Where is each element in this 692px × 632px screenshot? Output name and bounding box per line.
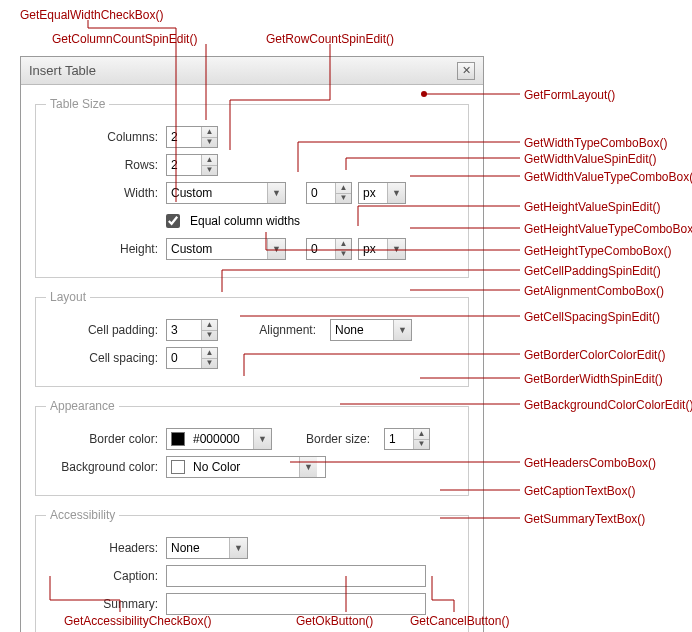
equal-width-label: Equal column widths — [190, 214, 300, 228]
callout-row-spin: GetRowCountSpinEdit() — [266, 32, 394, 46]
chevron-down-icon[interactable]: ▼ — [267, 183, 285, 203]
callout-form-layout: GetFormLayout() — [524, 88, 615, 102]
chevron-down-icon[interactable]: ▼ — [387, 183, 405, 203]
width-value-input[interactable] — [307, 183, 335, 203]
width-unit-input[interactable] — [359, 186, 387, 200]
spin-down-icon[interactable]: ▼ — [202, 331, 217, 341]
headers-input[interactable] — [167, 541, 229, 555]
border-size-input[interactable] — [385, 429, 413, 449]
column-count-input[interactable] — [167, 127, 201, 147]
row-count-input[interactable] — [167, 155, 201, 175]
cell-spacing-spinedit[interactable]: ▲▼ — [166, 347, 218, 369]
caption-label: Caption: — [46, 569, 166, 583]
spin-up-icon[interactable]: ▲ — [202, 348, 217, 359]
titlebar: Insert Table ✕ — [21, 57, 483, 85]
chevron-down-icon[interactable]: ▼ — [229, 538, 247, 558]
spin-up-icon[interactable]: ▲ — [336, 239, 351, 250]
height-label: Height: — [46, 242, 166, 256]
callout-height-value: GetHeightValueSpinEdit() — [524, 200, 661, 214]
cell-spacing-input[interactable] — [167, 348, 201, 368]
callout-width-type: GetWidthTypeComboBox() — [524, 136, 667, 150]
spin-down-icon[interactable]: ▼ — [336, 194, 351, 204]
border-size-label: Border size: — [290, 432, 378, 446]
rows-label: Rows: — [46, 158, 166, 172]
callout-width-value-type: GetWidthValueTypeComboBox() — [524, 170, 692, 184]
spin-up-icon[interactable]: ▲ — [202, 127, 217, 138]
width-value-spinedit[interactable]: ▲▼ — [306, 182, 352, 204]
callout-headers: GetHeadersComboBox() — [524, 456, 656, 470]
border-color-input[interactable] — [189, 432, 253, 446]
columns-label: Columns: — [46, 130, 166, 144]
chevron-down-icon[interactable]: ▼ — [253, 429, 271, 449]
alignment-label: Alignment: — [244, 323, 324, 337]
height-type-combobox[interactable]: ▼ — [166, 238, 286, 260]
callout-border-color: GetBorderColorColorEdit() — [524, 348, 665, 362]
cell-padding-input[interactable] — [167, 320, 201, 340]
width-value-type-combobox[interactable]: ▼ — [358, 182, 406, 204]
width-type-input[interactable] — [167, 186, 267, 200]
layout-legend: Layout — [46, 290, 90, 304]
chevron-down-icon[interactable]: ▼ — [299, 457, 317, 477]
accessibility-legend: Accessibility — [46, 508, 119, 522]
callout-equal-width: GetEqualWidthCheckBox() — [20, 8, 163, 22]
callout-bg-color: GetBackgroundColorColorEdit() — [524, 398, 692, 412]
alignment-input[interactable] — [331, 323, 393, 337]
spin-up-icon[interactable]: ▲ — [336, 183, 351, 194]
callout-border-width: GetBorderWidthSpinEdit() — [524, 372, 663, 386]
spin-down-icon[interactable]: ▼ — [202, 359, 217, 369]
close-icon[interactable]: ✕ — [457, 62, 475, 80]
alignment-combobox[interactable]: ▼ — [330, 319, 412, 341]
spin-up-icon[interactable]: ▲ — [202, 320, 217, 331]
callout-accessibility-cb: GetAccessibilityCheckBox() — [64, 614, 211, 628]
callout-height-type: GetHeightTypeComboBox() — [524, 244, 671, 258]
height-type-input[interactable] — [167, 242, 267, 256]
height-value-type-combobox[interactable]: ▼ — [358, 238, 406, 260]
chevron-down-icon[interactable]: ▼ — [393, 320, 411, 340]
callout-cell-padding: GetCellPaddingSpinEdit() — [524, 264, 661, 278]
appearance-group: Appearance Border color: ▼ Border size: … — [35, 399, 469, 496]
width-label: Width: — [46, 186, 166, 200]
caption-textbox[interactable] — [166, 565, 426, 587]
spin-down-icon[interactable]: ▼ — [202, 138, 217, 148]
callout-cancel: GetCancelButton() — [410, 614, 509, 628]
spin-down-icon[interactable]: ▼ — [414, 440, 429, 450]
summary-textbox[interactable] — [166, 593, 426, 615]
headers-label: Headers: — [46, 541, 166, 555]
column-count-spinedit[interactable]: ▲▼ — [166, 126, 218, 148]
spin-up-icon[interactable]: ▲ — [202, 155, 217, 166]
spin-down-icon[interactable]: ▼ — [202, 166, 217, 176]
cell-padding-label: Cell padding: — [46, 323, 166, 337]
chevron-down-icon[interactable]: ▼ — [387, 239, 405, 259]
chevron-down-icon[interactable]: ▼ — [267, 239, 285, 259]
border-width-spinedit[interactable]: ▲▼ — [384, 428, 430, 450]
table-size-legend: Table Size — [46, 97, 109, 111]
background-color-coloredit[interactable]: ▼ — [166, 456, 326, 478]
bg-color-input[interactable] — [189, 460, 299, 474]
headers-combobox[interactable]: ▼ — [166, 537, 248, 559]
border-color-label: Border color: — [46, 432, 166, 446]
summary-label: Summary: — [46, 597, 166, 611]
cell-spacing-label: Cell spacing: — [46, 351, 166, 365]
border-color-coloredit[interactable]: ▼ — [166, 428, 272, 450]
dialog-title: Insert Table — [29, 63, 457, 78]
callout-width-value: GetWidthValueSpinEdit() — [524, 152, 657, 166]
callout-alignment: GetAlignmentComboBox() — [524, 284, 664, 298]
spin-down-icon[interactable]: ▼ — [336, 250, 351, 260]
row-count-spinedit[interactable]: ▲▼ — [166, 154, 218, 176]
cell-padding-spinedit[interactable]: ▲▼ — [166, 319, 218, 341]
table-size-group: Table Size Columns: ▲▼ Rows: ▲▼ — [35, 97, 469, 278]
height-unit-input[interactable] — [359, 242, 387, 256]
bg-color-label: Background color: — [46, 460, 166, 474]
insert-table-dialog: Insert Table ✕ Table Size Columns: ▲▼ Ro… — [20, 56, 484, 632]
height-value-input[interactable] — [307, 239, 335, 259]
width-type-combobox[interactable]: ▼ — [166, 182, 286, 204]
bg-color-swatch-icon — [171, 460, 185, 474]
callout-cell-spacing: GetCellSpacingSpinEdit() — [524, 310, 660, 324]
spin-up-icon[interactable]: ▲ — [414, 429, 429, 440]
callout-summary: GetSummaryTextBox() — [524, 512, 645, 526]
callout-column-spin: GetColumnCountSpinEdit() — [52, 32, 197, 46]
equal-width-checkbox[interactable] — [166, 214, 180, 228]
height-value-spinedit[interactable]: ▲▼ — [306, 238, 352, 260]
callout-ok: GetOkButton() — [296, 614, 373, 628]
appearance-legend: Appearance — [46, 399, 119, 413]
